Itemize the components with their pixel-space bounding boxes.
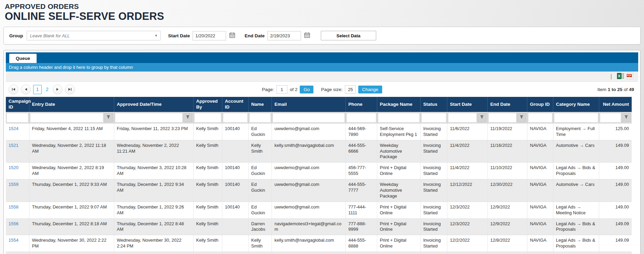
pdf-export-button[interactable]: PDF (625, 73, 635, 80)
pdf-export-icon: PDF (627, 73, 633, 80)
filter-funnel-button-net_amount[interactable] (622, 113, 631, 122)
cell-net_amount: 149.00 (599, 202, 632, 218)
cell-group_id: NAVIGA (527, 140, 553, 163)
cell-start_date: 12/3/2022 (447, 218, 487, 235)
pager-prev-button[interactable] (21, 85, 31, 94)
column-header-end_date[interactable]: End Date (487, 97, 527, 112)
filter-cell-start_date (447, 112, 487, 124)
cell-approved_by: Kelly Smith (193, 124, 222, 140)
cell-category_name: Legal Ads → Meeting Notice (553, 202, 599, 218)
filter-input-package_name[interactable] (378, 113, 419, 122)
cell-email: uwwdemo@gmail.com (272, 124, 345, 140)
campaign-id-link[interactable]: 1554 (9, 238, 18, 243)
select-data-button[interactable]: Select Data (321, 31, 376, 40)
filter-input-status[interactable] (422, 113, 446, 122)
filter-funnel-button-approved_datetime[interactable] (183, 113, 192, 122)
filter-input-category_name[interactable] (554, 113, 598, 122)
group-label: Group (9, 33, 23, 38)
item-summary-range: 1 to 25 (608, 87, 622, 92)
filter-input-email[interactable] (273, 113, 344, 122)
column-header-email[interactable]: Email (272, 97, 345, 112)
table-row: 1521Wednesday, November 2, 2022 11:18 AM… (6, 140, 632, 163)
pager-page-1[interactable]: 1 (33, 85, 42, 94)
column-header-approved_datetime[interactable]: Approved Date/Time (114, 97, 193, 112)
pager-last-button[interactable] (65, 85, 75, 94)
cell-entry_date: Friday, November 4, 2022 11:15 AM (29, 124, 114, 140)
excel-export-button[interactable]: X (616, 73, 625, 80)
pager-bar: 1 2 Page: of 2 Go Page size: Change Item… (6, 82, 638, 97)
filter-input-approved_by[interactable] (195, 113, 221, 122)
start-date-label: Start Date (168, 33, 190, 38)
cell-status: Invoicing Started (420, 252, 447, 254)
filter-input-group_id[interactable] (528, 113, 552, 122)
page-size-input[interactable] (345, 85, 356, 94)
table-row: 1520Wednesday, November 2, 2022 8:19 AMT… (6, 163, 632, 179)
campaign-id-link[interactable]: 1559 (9, 182, 18, 187)
start-date-calendar-button[interactable] (227, 31, 237, 40)
filter-cell-status (420, 112, 447, 124)
pager-first-button[interactable] (9, 85, 18, 94)
column-header-approved_by[interactable]: Approved By (193, 97, 222, 112)
filter-input-name[interactable] (250, 113, 271, 122)
end-date-input[interactable] (267, 31, 301, 40)
column-header-status[interactable]: Status (420, 97, 447, 112)
funnel-icon (480, 115, 484, 120)
filter-input-approved_datetime[interactable] (115, 113, 182, 122)
filter-input-account_id[interactable] (223, 113, 247, 122)
group-by-drop-zone[interactable]: Drag a column header and drop it here to… (6, 63, 638, 72)
filter-input-start_date[interactable] (448, 113, 476, 122)
tab-queue[interactable]: Queue (9, 54, 37, 63)
cell-start_date: 12/12/2022 (447, 179, 487, 202)
change-button[interactable]: Change (358, 86, 382, 93)
campaign-id-link[interactable]: 1521 (9, 143, 18, 148)
cell-end_date: 12/9/2022 (487, 202, 527, 218)
cell-package_name: Print + Digital Online (377, 202, 420, 218)
group-dropdown-button[interactable]: ▼ (152, 31, 160, 40)
filter-input-net_amount[interactable] (600, 113, 621, 122)
filter-input-phone[interactable] (347, 113, 376, 122)
cell-name: Kelly Smith (248, 235, 272, 252)
column-header-campaign_id[interactable]: Campaign ID (6, 97, 29, 112)
column-header-account_id[interactable]: Account ID (222, 97, 248, 112)
filter-cell-entry_date (29, 112, 114, 124)
group-combobox[interactable]: ▼ (27, 31, 161, 40)
page-of-text: of 2 (290, 87, 298, 92)
cell-approved_datetime: Wednesday, November 30, 2022 2:24 PM (114, 252, 193, 254)
filter-funnel-button-entry_date[interactable] (104, 113, 113, 122)
cell-name: Ed Guckin (248, 202, 272, 218)
column-header-entry_date[interactable]: Entry Date (29, 97, 114, 112)
column-header-category_name[interactable]: Category Name (553, 97, 599, 112)
cell-approved_datetime: Wednesday, November 30, 2022 2:24 PM (114, 235, 193, 252)
campaign-id-link[interactable]: 1558 (9, 204, 18, 209)
column-header-group_id[interactable]: Group ID (527, 97, 553, 112)
cell-name: Ed Guckin (248, 163, 272, 179)
item-summary-total: 49 (629, 87, 634, 92)
campaign-id-link[interactable]: 1524 (9, 126, 18, 131)
column-header-phone[interactable]: Phone (345, 97, 377, 112)
column-header-name[interactable]: Name (248, 97, 272, 112)
column-header-start_date[interactable]: Start Date (447, 97, 487, 112)
cell-group_id: NAVIGA (527, 252, 553, 254)
cell-account_id: 100140 (222, 163, 248, 179)
filter-input-entry_date[interactable] (30, 113, 103, 122)
campaign-id-link[interactable]: 1520 (9, 165, 18, 170)
funnel-icon (624, 115, 628, 120)
pager-page-2[interactable]: 2 (44, 87, 50, 92)
pager-controls: Page: of 2 Go Page size: Change (262, 85, 382, 94)
column-header-net_amount[interactable]: Net Amount (599, 97, 632, 112)
page-number-input[interactable] (276, 85, 287, 94)
filter-input-campaign_id[interactable] (7, 113, 28, 122)
pager-next-button[interactable] (53, 85, 63, 94)
start-date-input[interactable] (193, 31, 226, 40)
end-date-calendar-button[interactable] (302, 31, 312, 40)
campaign-id-link[interactable]: 1556 (9, 221, 18, 226)
group-input[interactable] (27, 31, 152, 40)
filter-funnel-button-start_date[interactable] (477, 113, 486, 122)
filter-input-end_date[interactable] (489, 113, 516, 122)
column-header-package_name[interactable]: Package Name (377, 97, 420, 112)
cell-group_id: NAVIGA (527, 202, 553, 218)
cell-start_date: 11/6/2022 (447, 124, 487, 140)
filter-funnel-button-end_date[interactable] (517, 113, 526, 122)
go-button[interactable]: Go (300, 86, 314, 93)
cell-group_id: NAVIGA (527, 163, 553, 179)
